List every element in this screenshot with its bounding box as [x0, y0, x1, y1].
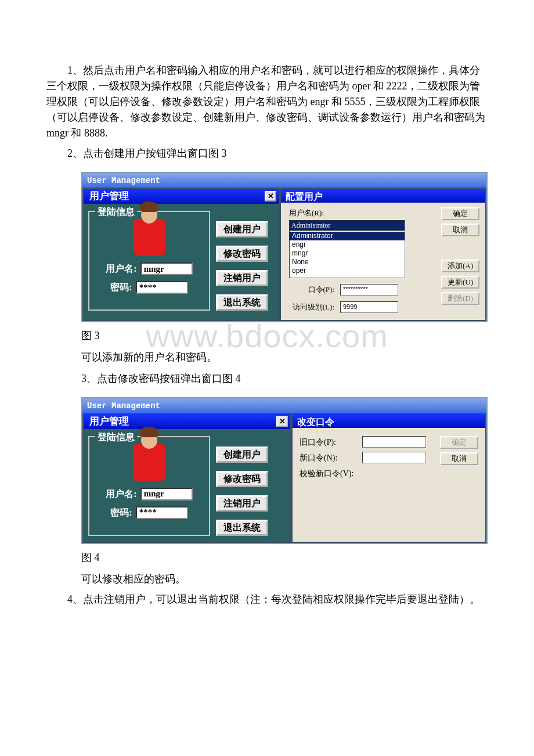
login-info-group: 登陆信息 用户名: mngr 密码: **** [88, 211, 210, 311]
new-password-label: 新口令(N): [300, 452, 358, 464]
ok-button[interactable]: 确定 [441, 207, 479, 220]
group-legend: 登陆信息 [95, 205, 137, 219]
password-label: 密码: [110, 506, 132, 520]
logout-user-button[interactable]: 注销用户 [216, 495, 268, 512]
paragraph-6: 4、点击注销用户，可以退出当前权限（注：每次登陆相应权限操作完毕后要退出登陆）。 [46, 592, 488, 607]
password-input[interactable]: **** [136, 281, 188, 294]
paragraph-4: 3、点击修改密码按钮弹出窗口图 4 [81, 371, 488, 387]
ok-button[interactable]: 确定 [440, 436, 478, 449]
dialog-title: 配置用户 [281, 189, 485, 203]
panel-titlebar: 用户管理 ✕ [84, 189, 279, 204]
user-listbox[interactable]: Administrator engr mngr None oper [289, 231, 405, 278]
close-icon[interactable]: ✕ [265, 191, 276, 201]
user-management-panel: 用户管理 ✕ 登陆信息 用户名: mngr 密码: **** [82, 413, 291, 543]
username-input[interactable]: Administrator [289, 220, 405, 231]
panel-titlebar: 用户管理 ✕ [84, 414, 290, 429]
user-management-panel: 用户管理 ✕ 登陆信息 用户名: mngr 密码: **** [82, 188, 280, 321]
list-item[interactable]: Administrator [290, 232, 405, 240]
access-level-input[interactable]: 9999 [340, 301, 398, 313]
password-input[interactable]: **** [136, 506, 188, 519]
group-legend: 登陆信息 [95, 430, 137, 444]
paragraph-2: 2、点击创建用户按钮弹出窗口图 3 [46, 146, 488, 161]
old-password-input[interactable] [362, 436, 426, 448]
username-input[interactable]: mngr [140, 262, 193, 275]
access-level-label: 访问级别(L): [289, 301, 334, 313]
figure-4: User Management 用户管理 ✕ 登陆信息 用户名: mngr [81, 397, 488, 544]
exit-system-button[interactable]: 退出系统 [216, 520, 268, 536]
window-title: User Management [81, 397, 488, 413]
window-title: User Management [81, 172, 488, 188]
figure-3-caption: 图 3 [81, 328, 488, 344]
list-item[interactable]: oper [290, 267, 405, 275]
paragraph-5: 可以修改相应的密码。 [81, 571, 488, 587]
password-label: 口令(P): [289, 284, 334, 296]
config-user-dialog: 配置用户 用户名(R): Administrator Administrator… [280, 188, 486, 321]
username-label: 用户名: [106, 262, 136, 276]
cancel-button[interactable]: 取消 [441, 224, 479, 236]
avatar-icon [133, 444, 165, 481]
username-input[interactable]: mngr [140, 488, 193, 501]
update-button[interactable]: 更新(U) [441, 276, 479, 289]
create-user-button[interactable]: 创建用户 [216, 221, 268, 237]
list-item[interactable]: engr [290, 240, 405, 249]
figure-3: User Management 用户管理 ✕ 登陆信息 用户名: mngr [81, 172, 488, 322]
new-password-input[interactable] [362, 452, 426, 463]
logout-user-button[interactable]: 注销用户 [216, 270, 268, 286]
password-label: 密码: [110, 280, 132, 294]
avatar-icon [133, 219, 165, 256]
login-info-group: 登陆信息 用户名: mngr 密码: **** [88, 436, 210, 536]
verify-password-label: 校验新口令(V): [300, 467, 358, 480]
dialog-title: 改变口令 [293, 414, 485, 428]
paragraph-1: 1、然后点击用户名和密码输入相应的用户名和密码，就可以进行相应的权限操作，具体分… [46, 63, 488, 141]
list-item[interactable]: None [290, 258, 405, 267]
exit-system-button[interactable]: 退出系统 [216, 294, 268, 311]
username-label: 用户名(R): [289, 207, 436, 219]
password-input[interactable]: ********** [340, 284, 398, 296]
panel-title: 用户管理 [89, 189, 129, 204]
cancel-button[interactable]: 取消 [440, 452, 478, 465]
old-password-label: 旧口令(P): [300, 436, 358, 448]
username-label: 用户名: [106, 487, 136, 501]
paragraph-3: 可以添加新的用户名和密码。 [81, 350, 488, 365]
create-user-button[interactable]: 创建用户 [216, 447, 268, 463]
figure-4-caption: 图 4 [81, 550, 488, 566]
add-button[interactable]: 添加(A) [441, 260, 479, 272]
change-password-dialog: 改变口令 旧口令(P): 新口令(N): 校验新口令(V): [291, 413, 486, 543]
list-item[interactable]: mngr [290, 249, 405, 258]
change-password-button[interactable]: 修改密码 [216, 471, 268, 487]
panel-title: 用户管理 [89, 414, 129, 429]
close-icon[interactable]: ✕ [276, 416, 288, 427]
delete-button[interactable]: 删除(D) [441, 292, 479, 305]
change-password-button[interactable]: 修改密码 [216, 246, 268, 262]
